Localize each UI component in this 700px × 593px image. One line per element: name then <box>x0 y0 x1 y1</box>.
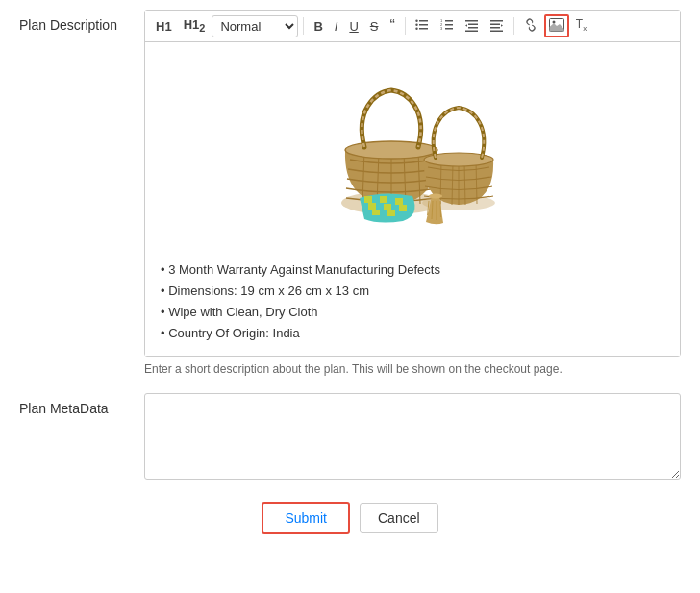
underline-button[interactable]: U <box>344 17 362 36</box>
plan-description-label: Plan Description <box>19 10 144 33</box>
image-button[interactable] <box>544 14 569 37</box>
svg-rect-0 <box>419 20 428 22</box>
svg-rect-8 <box>445 28 453 30</box>
svg-rect-19 <box>490 27 500 29</box>
svg-marker-24 <box>549 23 563 32</box>
plan-metadata-label: Plan MetaData <box>19 393 144 416</box>
svg-rect-2 <box>419 28 428 30</box>
svg-point-49 <box>429 194 442 199</box>
bullet-item: Country Of Origin: India <box>159 323 666 344</box>
unordered-list-button[interactable] <box>411 15 434 37</box>
svg-point-4 <box>415 24 417 26</box>
svg-marker-21 <box>501 24 503 27</box>
bullet-item: Wipe with Clean, Dry Cloth <box>159 302 666 323</box>
ol-icon: 1 2 3 <box>440 18 454 32</box>
bold-button[interactable]: B <box>309 17 327 36</box>
heading1-button[interactable]: H1 <box>151 17 177 36</box>
plan-description-hint: Enter a short description about the plan… <box>144 362 681 376</box>
rich-text-editor: H1 H12 Normal Heading 1 Heading 2 Headin… <box>144 10 681 357</box>
plan-metadata-field <box>144 393 681 482</box>
ul-icon <box>415 18 429 32</box>
plan-description-field: H1 H12 Normal Heading 1 Heading 2 Headin… <box>144 10 681 376</box>
svg-rect-20 <box>490 31 503 33</box>
italic-button[interactable]: I <box>330 17 343 36</box>
svg-rect-41 <box>364 196 372 203</box>
heading2-button[interactable]: H12 <box>179 15 211 37</box>
svg-rect-13 <box>468 24 478 26</box>
svg-point-5 <box>415 28 417 30</box>
indent-dec-icon <box>465 18 479 32</box>
svg-rect-14 <box>468 27 478 29</box>
svg-rect-17 <box>490 20 503 22</box>
svg-rect-7 <box>445 24 453 26</box>
image-icon <box>549 18 564 32</box>
editor-body[interactable]: 3 Month Warranty Against Manufacturing D… <box>145 42 680 356</box>
submit-button[interactable]: Submit <box>262 502 350 534</box>
blockquote-button[interactable]: “ <box>385 15 399 37</box>
bullet-list: 3 Month Warranty Against Manufacturing D… <box>159 259 666 344</box>
svg-marker-16 <box>465 24 467 27</box>
editor-toolbar: H1 H12 Normal Heading 1 Heading 2 Headin… <box>145 11 680 42</box>
indent-inc-icon <box>490 18 504 32</box>
svg-rect-42 <box>380 196 388 203</box>
clear-format-button[interactable]: Tx <box>571 15 591 36</box>
toolbar-sep-1 <box>303 17 304 35</box>
svg-rect-15 <box>465 31 478 33</box>
cancel-button[interactable]: Cancel <box>360 503 438 533</box>
product-image <box>307 54 518 246</box>
toolbar-sep-2 <box>405 17 406 35</box>
svg-rect-47 <box>372 210 380 215</box>
bullet-item: Dimensions: 19 cm x 26 cm x 13 cm <box>159 281 666 302</box>
metadata-textarea[interactable] <box>144 393 681 480</box>
indent-increase-button[interactable] <box>486 15 509 37</box>
svg-point-3 <box>415 20 417 22</box>
svg-rect-43 <box>395 198 403 205</box>
svg-rect-45 <box>384 204 391 210</box>
link-button[interactable] <box>519 15 542 37</box>
strikethrough-button[interactable]: S <box>365 17 384 36</box>
plan-metadata-row: Plan MetaData <box>19 393 681 482</box>
form-actions: Submit Cancel <box>19 502 681 534</box>
svg-line-53 <box>440 201 441 217</box>
svg-rect-12 <box>465 20 478 22</box>
svg-text:3: 3 <box>440 26 443 31</box>
bullet-item: 3 Month Warranty Against Manufacturing D… <box>159 259 666 281</box>
format-select[interactable]: Normal Heading 1 Heading 2 Heading 3 <box>212 15 298 37</box>
svg-rect-44 <box>368 203 376 210</box>
indent-decrease-button[interactable] <box>461 15 484 37</box>
svg-rect-1 <box>419 24 428 26</box>
link-icon <box>524 18 538 32</box>
svg-rect-6 <box>445 20 453 22</box>
svg-rect-18 <box>490 24 500 26</box>
svg-rect-46 <box>399 205 407 211</box>
editor-image-area <box>159 54 666 246</box>
toolbar-sep-3 <box>513 17 514 35</box>
ordered-list-button[interactable]: 1 2 3 <box>436 15 459 37</box>
plan-description-row: Plan Description H1 H12 Normal Heading 1… <box>19 10 681 376</box>
svg-rect-48 <box>388 210 395 216</box>
